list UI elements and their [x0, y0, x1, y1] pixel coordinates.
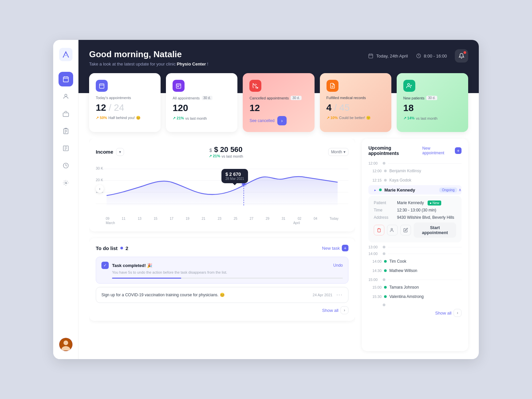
todo-progress-bar — [112, 278, 343, 279]
appt-row-marie[interactable]: ▸ Marie Kennedy Ongoing ∧ — [368, 185, 462, 195]
svg-point-32 — [408, 83, 410, 85]
new-task-button[interactable]: New task + — [322, 245, 348, 251]
todo-checkbox-completed[interactable]: ✓ — [101, 262, 109, 269]
header-right: Today, 24th April 8:00 - 16:00 — [368, 49, 468, 63]
stat-value-cancelled: 12 — [249, 103, 308, 113]
appointments-show-all-button[interactable]: Show all › — [435, 309, 462, 317]
chart-x-labels: 09 11 13 15 17 19 21 23 25 27 29 31 02 0… — [96, 217, 348, 220]
stat-label-all: All appointments 30 d. — [173, 96, 231, 100]
stats-row: Today's appointments 12 / 24 ↗ 50% Half … — [78, 73, 479, 132]
appt-detail-patient: Patient Marie Kennedy ● New — [374, 200, 456, 205]
appt-delete-button[interactable] — [374, 225, 384, 235]
bell-button[interactable] — [455, 49, 468, 63]
sidebar-item-users[interactable] — [59, 89, 73, 104]
stat-footer-all: ↗ 21% vs last month — [173, 116, 231, 120]
time-marker-1300: 13:00 — [368, 245, 462, 249]
svg-text:30 K: 30 K — [96, 167, 103, 170]
sidebar-item-settings[interactable] — [59, 176, 73, 190]
appointments-show-all-arrow: › — [454, 309, 462, 317]
stat-card-today-appointments: Today's appointments 12 / 24 ↗ 50% Half … — [89, 73, 161, 132]
header-subtitle: Take a look at the latest update for you… — [89, 62, 208, 66]
todo-header: To do list 2 New task + — [96, 245, 348, 251]
time-marker-1500: 15:00 — [368, 278, 462, 282]
time-dot-1200 — [383, 162, 385, 165]
todo-title: To do list 2 — [96, 245, 128, 251]
appointments-show-all-row: Show all › — [368, 309, 462, 317]
svg-rect-1 — [63, 77, 68, 82]
stat-value-today: 12 / 24 — [96, 102, 154, 113]
left-panel: Income ▾ $ $ 20 560 ↗ 21% vs last month — [89, 139, 355, 351]
appt-profile-button[interactable] — [387, 225, 398, 235]
appt-row-tamara[interactable]: 15:00 Tamara Johnson — [368, 283, 462, 292]
start-appointment-button[interactable]: Start appointment — [414, 222, 456, 238]
sidebar-item-briefcase[interactable] — [59, 106, 73, 121]
svg-rect-19 — [369, 54, 373, 58]
bell-icon — [459, 53, 465, 59]
task-more-options[interactable]: ··· — [336, 292, 343, 298]
appointments-card: Upcoming appointments New appointment + … — [362, 139, 468, 351]
clock-icon — [416, 53, 421, 59]
stat-footer-new-patients: ↗ 14% vs last month — [403, 116, 462, 120]
stat-footer-today: ↗ 50% Half behind you! 😊 — [96, 116, 154, 120]
app-logo[interactable] — [59, 48, 72, 61]
appt-dot-mathew — [384, 269, 387, 272]
stat-footer-cancelled: See cancelled › — [249, 116, 308, 125]
todo-show-all-button[interactable]: Show all › — [322, 306, 348, 314]
stat-label-cancelled: Cancelled appointments 30 d. — [249, 96, 308, 100]
sidebar-item-calendar[interactable] — [59, 72, 73, 86]
income-dropdown[interactable]: ▾ — [116, 148, 124, 156]
svg-point-28 — [177, 86, 178, 87]
sidebar-item-schedule[interactable] — [59, 141, 73, 156]
time-dot-1500 — [383, 278, 385, 281]
sidebar-item-clock[interactable] — [59, 158, 73, 173]
avatar-image — [59, 338, 72, 351]
todo-show-all-row: Show all › — [96, 306, 348, 314]
right-panel: Upcoming appointments New appointment + … — [362, 139, 468, 351]
main-content: Good morning, Natalie Take a look at the… — [78, 40, 479, 359]
svg-rect-24 — [99, 84, 104, 88]
appt-edit-button[interactable] — [400, 225, 411, 235]
new-appointment-plus-icon: + — [455, 147, 462, 154]
chart-prev-button[interactable]: ‹ — [96, 185, 104, 193]
appt-row-valentina[interactable]: 15:30 Valentina Amstrong — [368, 292, 462, 301]
app-container: Good morning, Natalie Take a look at the… — [53, 40, 479, 359]
stat-label-new-patients: New patients 30 d. — [403, 96, 462, 100]
income-header: Income ▾ $ $ 20 560 ↗ 21% vs last month — [96, 145, 348, 158]
period-dropdown[interactable]: Month ▾ — [328, 148, 348, 156]
appt-row-mathew[interactable]: 14:30 Mathew Willson — [368, 266, 462, 275]
stat-card-fulfilled: Fulfilled medical records 4 / 45 ↗ 10% C… — [320, 73, 391, 132]
time-dot-1300 — [383, 246, 385, 248]
appt-actions: Start appointment — [374, 222, 456, 238]
time-marker-1400: 14:00 — [368, 252, 462, 256]
appt-dot-tim — [384, 260, 387, 263]
appt-row-toggle-marie: ▸ — [372, 187, 378, 193]
todo-card: To do list 2 New task + ✓ — [89, 238, 355, 321]
page-title: Good morning, Natalie — [89, 49, 208, 60]
todo-item-covid: Sign up for a COVID-19 vaccination train… — [96, 287, 348, 303]
svg-point-29 — [178, 86, 179, 87]
income-total: $ $ 20 560 — [209, 145, 243, 154]
undo-button[interactable]: Undo — [333, 263, 343, 268]
appt-row-benjamin[interactable]: 12:00 Benjamin Kotlinsy — [368, 167, 462, 175]
sidebar-item-clipboard[interactable] — [59, 124, 73, 138]
appt-dot-benjamin — [384, 170, 387, 172]
svg-text:20 K: 20 K — [96, 178, 103, 182]
income-change: ↗ 21% vs last month — [209, 154, 243, 158]
income-card: Income ▾ $ $ 20 560 ↗ 21% vs last month — [89, 139, 355, 231]
svg-rect-0 — [59, 48, 72, 61]
appt-row-kaya[interactable]: 12:15 Kaya Godok — [368, 176, 462, 185]
income-total-area: $ $ 20 560 ↗ 21% vs last month — [209, 145, 243, 158]
stat-label-fulfilled: Fulfilled medical records — [327, 96, 385, 100]
notification-dot — [464, 51, 466, 54]
user-avatar[interactable] — [59, 338, 72, 351]
svg-rect-6 — [63, 113, 68, 117]
time-marker-1200: 12:00 — [368, 161, 462, 165]
new-appointment-button[interactable]: New appointment + — [422, 146, 462, 155]
svg-point-45 — [391, 228, 393, 230]
appt-row-tim[interactable]: 14:00 Tim Cook — [368, 257, 462, 266]
svg-point-5 — [65, 94, 67, 96]
header-text: Good morning, Natalie Take a look at the… — [89, 49, 208, 66]
body-area: Income ▾ $ $ 20 560 ↗ 21% vs last month — [78, 132, 479, 359]
income-title: Income — [96, 149, 113, 155]
appt-dot-marie — [379, 189, 382, 191]
